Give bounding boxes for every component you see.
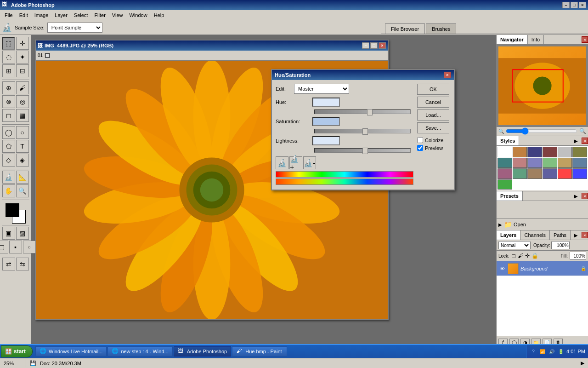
saturation-slider-thumb[interactable] (362, 128, 368, 135)
zoom-slider[interactable] (506, 128, 577, 134)
layer-background[interactable]: 👁 Background 🔒 (497, 261, 588, 276)
screen-mode-3-button[interactable]: ▫ (23, 241, 36, 253)
tab-channels[interactable]: Channels (520, 230, 549, 240)
tab-presets[interactable]: Presets (497, 191, 523, 201)
lock-transparent-icon[interactable]: ◻ (511, 253, 516, 259)
text-tool-button[interactable]: T (16, 140, 29, 153)
standard-mode-button[interactable]: ▣ (2, 227, 15, 240)
heal-tool-button[interactable]: ⊕ (2, 81, 15, 94)
image-maximize-button[interactable]: □ (370, 42, 378, 49)
tab-navigator[interactable]: Navigator (497, 35, 528, 44)
lock-position-icon[interactable]: ✛ (525, 253, 530, 259)
presets-arrow-icon[interactable]: ▶ (572, 193, 580, 200)
eyedropper-tool-icon[interactable]: 🔬 (2, 23, 12, 33)
jump-other-button[interactable]: ⇆ (16, 258, 29, 270)
image-close-button[interactable]: × (379, 42, 386, 49)
style-swatch-8[interactable] (527, 158, 542, 168)
clone-tool-button[interactable]: ⊗ (2, 95, 15, 108)
style-swatch-16[interactable] (558, 168, 572, 179)
status-arrow[interactable]: ▶ (581, 360, 584, 366)
move-tool-button[interactable]: ✛ (16, 37, 29, 50)
style-swatch-7[interactable] (513, 158, 527, 168)
hue-save-button[interactable]: Save... (417, 122, 449, 133)
taskbar-item-browser[interactable]: 🌐 new step : 4 - Wind... (107, 346, 172, 356)
start-button[interactable]: 🪟 start (1, 345, 33, 357)
zoom-in-icon[interactable]: 🔍 (579, 128, 586, 134)
screen-mode-1-button[interactable]: ▢ (0, 241, 8, 253)
lightness-value-input[interactable]: 0 (312, 136, 340, 145)
tab-brushes[interactable]: Brushes (426, 23, 456, 34)
fill-input[interactable] (570, 252, 586, 260)
style-swatch-12[interactable] (498, 168, 512, 179)
eyedropper-tool-button[interactable]: 🔬 (2, 171, 15, 184)
style-swatch-9[interactable] (543, 158, 557, 168)
path-tool-button[interactable]: ⬠ (2, 140, 15, 153)
blur-tool-button[interactable]: ◯ (2, 126, 15, 139)
hue-value-input[interactable]: +22 (312, 98, 340, 107)
styles-arrow-icon[interactable]: ▶ (572, 138, 580, 144)
minimize-button[interactable]: – (562, 2, 570, 8)
style-swatch-14[interactable] (527, 168, 542, 179)
shape-tool-button[interactable]: ◇ (2, 154, 15, 167)
style-swatch-5[interactable] (572, 147, 587, 157)
presets-panel-close[interactable]: × (582, 193, 588, 199)
hue-cancel-button[interactable]: Cancel (417, 97, 449, 108)
preview-checkbox[interactable] (417, 145, 423, 151)
taskbar-item-photoshop[interactable]: 🖼 Adobe Photoshop (174, 346, 231, 356)
menu-view[interactable]: View (109, 12, 126, 19)
layer-visibility-icon[interactable]: 👁 (498, 265, 506, 272)
menu-file[interactable]: File (2, 12, 16, 19)
menu-select[interactable]: Select (71, 12, 91, 19)
blend-mode-select[interactable]: Normal Multiply Screen (498, 241, 531, 249)
selection-tool-button[interactable]: ⬚ (2, 37, 15, 50)
brush-tool-button[interactable]: 🖌 (16, 81, 29, 94)
zoom-out-icon[interactable]: 🔍 (498, 129, 504, 134)
hue-ok-button[interactable]: OK (417, 84, 449, 95)
hue-edit-select[interactable]: Master Reds Yellows Greens Cyans Blues M… (294, 84, 349, 94)
layers-arrow-icon[interactable]: ▶ (572, 232, 580, 239)
lock-image-icon[interactable]: 🖌 (518, 253, 523, 259)
lightness-slider-thumb[interactable] (362, 148, 368, 154)
hue-slider-thumb[interactable] (367, 109, 373, 115)
image-minimize-button[interactable]: – (362, 42, 369, 49)
crop-tool-button[interactable]: ⊞ (2, 64, 15, 77)
eyedropper-add-button[interactable]: 🔬+ (289, 156, 302, 169)
tab-styles[interactable]: Styles (497, 136, 519, 145)
eraser-tool-button[interactable]: ◻ (2, 109, 15, 122)
taskbar-item-hotmail[interactable]: 🌐 Windows Live Hotmail... (35, 346, 107, 356)
eyedropper-subtract-button[interactable]: 🔬- (303, 156, 316, 169)
history-tool-button[interactable]: ◎ (16, 95, 29, 108)
menu-image[interactable]: Image (32, 12, 51, 19)
menu-help[interactable]: Help (151, 12, 167, 19)
style-swatch-11[interactable] (572, 158, 587, 168)
menu-filter[interactable]: Filter (91, 12, 108, 19)
gradient-tool-button[interactable]: ▦ (16, 109, 29, 122)
style-swatch-18[interactable] (498, 179, 512, 190)
styles-panel-close[interactable]: × (582, 138, 588, 144)
eyedropper-sample-button[interactable]: 🔬 (276, 156, 288, 169)
sample-size-select[interactable]: Point Sample 3 by 3 Average 5 by 5 Avera… (47, 23, 102, 33)
layers-panel-close[interactable]: × (582, 232, 588, 238)
opacity-input[interactable] (551, 241, 570, 249)
style-swatch-10[interactable] (558, 158, 572, 168)
screen-mode-2-button[interactable]: ▪ (9, 241, 22, 253)
menu-window[interactable]: Window (127, 12, 150, 19)
taskbar-item-paint[interactable]: 🖌 Hue.bmp - Paint (232, 346, 287, 356)
maximize-button[interactable]: □ (571, 2, 578, 8)
colorize-checkbox[interactable] (417, 137, 423, 143)
measure-tool-button[interactable]: 📐 (16, 171, 29, 184)
style-swatch-4[interactable] (558, 147, 572, 157)
style-swatch-13[interactable] (513, 168, 527, 179)
slice-tool-button[interactable]: ⊟ (16, 64, 29, 77)
dodge-tool-button[interactable]: ○ (16, 126, 29, 139)
saturation-value-input[interactable]: +16 (312, 117, 340, 126)
jump-imageready-button[interactable]: ⇄ (2, 258, 15, 270)
style-swatch-none[interactable] (498, 147, 512, 157)
close-button[interactable]: × (579, 2, 586, 8)
hand-tool-button[interactable]: ✋ (2, 184, 15, 197)
tab-file-browser[interactable]: File Browser (385, 23, 425, 34)
lasso-tool-button[interactable]: ◌ (2, 51, 15, 63)
tab-paths[interactable]: Paths (550, 230, 571, 240)
style-swatch-2[interactable] (527, 147, 542, 157)
style-swatch-17[interactable] (572, 168, 587, 179)
